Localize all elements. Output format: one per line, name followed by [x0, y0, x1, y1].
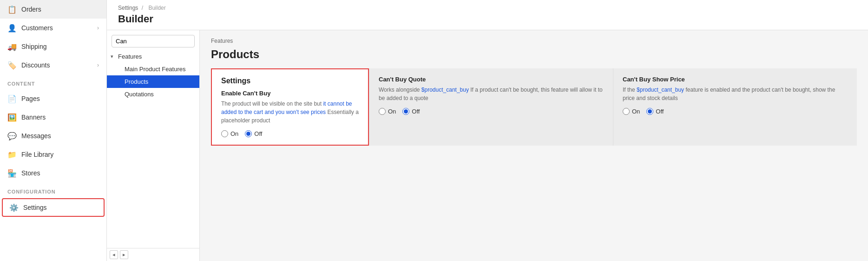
scroll-left-button[interactable]: ◂: [110, 250, 118, 259]
page-title: Builder: [118, 13, 857, 30]
content-area: ▾ Features Main Product Features Product…: [107, 30, 868, 261]
sidebar-label-discounts: Discounts: [21, 61, 92, 69]
cbq-on-radio[interactable]: [379, 108, 386, 115]
sidebar-item-messages[interactable]: 💬 Messages: [0, 127, 106, 145]
cbq-off-radio[interactable]: [402, 108, 409, 115]
cbq-on-label: On: [388, 108, 396, 115]
enable-cant-buy-off-option[interactable]: Off: [245, 130, 262, 137]
enable-cant-buy-on-option[interactable]: On: [221, 130, 238, 137]
features-area: Features Products Settings Enable Can't …: [200, 30, 868, 261]
chevron-right-icon-2: ›: [97, 62, 99, 68]
tree-label-products: Products: [125, 78, 148, 85]
cbsp-off-label: Off: [656, 108, 664, 115]
tree-scroll: ▾ Features Main Product Features Product…: [107, 50, 199, 248]
desc-plain-1: The product will be visible on the site …: [221, 100, 323, 107]
cbsp-radio-group: On Off: [623, 108, 848, 115]
enable-cant-buy-desc: The product will be visible on the site …: [221, 100, 359, 125]
sidebar-item-discounts[interactable]: 🏷️ Discounts ›: [0, 56, 106, 74]
discounts-icon: 🏷️: [7, 60, 17, 70]
cant-buy-quote-desc: Works alongside $product_cant_buy If a p…: [379, 86, 604, 102]
cbsp-desc-code: $product_cant_buy: [637, 87, 684, 93]
sidebar-label-banners: Banners: [21, 114, 99, 121]
sidebar-label-shipping: Shipping: [21, 43, 99, 50]
tree-item-main-product-features[interactable]: Main Product Features: [107, 63, 199, 75]
cbsp-on-option[interactable]: On: [623, 108, 640, 115]
pages-icon: 📄: [7, 94, 17, 103]
sidebar-label-orders: Orders: [21, 6, 99, 13]
enable-cant-buy-radio-group: On Off: [221, 130, 359, 137]
sidebar-label-pages: Pages: [21, 95, 99, 102]
sidebar-item-stores[interactable]: 🏪 Stores: [0, 164, 106, 182]
sidebar-label-stores: Stores: [21, 169, 99, 177]
sidebar-item-settings[interactable]: ⚙️ Settings: [2, 198, 105, 217]
cbsp-on-radio[interactable]: [623, 108, 630, 115]
settings-card-title: Settings: [221, 77, 359, 85]
tree-item-quotations[interactable]: Quotations: [107, 88, 199, 100]
cant-buy-quote-title: Can't Buy Quote: [379, 76, 604, 83]
sidebar: 📋 Orders 👤 Customers › 🚚 Shipping 🏷️ Dis…: [0, 0, 107, 261]
tree-scroll-horiz: ◂ ▸: [107, 248, 199, 261]
expand-icon-features: ▾: [111, 54, 116, 60]
sidebar-label-settings: Settings: [23, 204, 97, 211]
tree-label-main-product-features: Main Product Features: [125, 66, 186, 73]
breadcrumb-builder: Builder: [148, 5, 165, 11]
off-label: Off: [254, 130, 262, 137]
tree-item-products[interactable]: Products: [107, 75, 199, 88]
sidebar-label-file-library: File Library: [21, 151, 99, 158]
tree-search-input[interactable]: [112, 35, 195, 47]
main-area: Settings / Builder Builder ▾ Features Ma…: [107, 0, 868, 261]
on-label: On: [230, 130, 238, 137]
banners-icon: 🖼️: [7, 113, 17, 122]
section-label-content: CONTENT: [0, 74, 106, 89]
cbq-desc-code: $product_cant_buy: [421, 87, 469, 93]
enable-cant-buy-on-radio[interactable]: [221, 130, 228, 137]
sidebar-label-messages: Messages: [21, 132, 99, 140]
cbsp-desc-pre: If the: [623, 87, 637, 93]
cbq-off-option[interactable]: Off: [402, 108, 420, 115]
settings-icon: ⚙️: [9, 203, 19, 212]
cbsp-off-radio[interactable]: [646, 108, 653, 115]
features-grid: Settings Enable Can't Buy The product wi…: [211, 68, 857, 146]
sidebar-item-customers[interactable]: 👤 Customers ›: [0, 19, 106, 37]
page-header: Settings / Builder Builder: [107, 0, 868, 30]
chevron-right-icon: ›: [97, 25, 99, 31]
cbsp-off-option[interactable]: Off: [646, 108, 664, 115]
cbq-desc-pre: Works alongside: [379, 87, 421, 93]
cbsp-desc: If the $product_cant_buy feature is enab…: [623, 86, 848, 102]
scroll-right-button[interactable]: ▸: [120, 250, 128, 259]
sidebar-item-pages[interactable]: 📄 Pages: [0, 89, 106, 108]
sidebar-item-banners[interactable]: 🖼️ Banners: [0, 108, 106, 127]
cbsp-title: Can't Buy Show Price: [623, 76, 848, 83]
stores-icon: 🏪: [7, 168, 17, 178]
messages-icon: 💬: [7, 131, 17, 141]
cant-buy-quote-card: Can't Buy Quote Works alongside $product…: [369, 68, 613, 146]
sidebar-item-file-library[interactable]: 📁 File Library: [0, 145, 106, 164]
sidebar-item-orders[interactable]: 📋 Orders: [0, 0, 106, 19]
sidebar-item-shipping[interactable]: 🚚 Shipping: [0, 37, 106, 56]
cbq-off-label: Off: [412, 108, 420, 115]
file-library-icon: 📁: [7, 150, 17, 159]
breadcrumb-separator: /: [142, 5, 145, 11]
enable-cant-buy-off-radio[interactable]: [245, 130, 252, 137]
cant-buy-quote-radio-group: On Off: [379, 108, 604, 115]
features-title: Products: [211, 48, 857, 61]
breadcrumb: Settings / Builder: [118, 5, 857, 11]
sidebar-label-customers: Customers: [21, 24, 92, 32]
tree-label-quotations: Quotations: [125, 91, 154, 98]
cant-buy-show-price-card: Can't Buy Show Price If the $product_can…: [613, 68, 857, 146]
shipping-icon: 🚚: [7, 42, 17, 51]
features-label: Features: [211, 38, 857, 44]
enable-cant-buy-title: Enable Can't Buy: [221, 90, 359, 97]
right-content: Features Products Settings Enable Can't …: [200, 30, 868, 261]
customers-icon: 👤: [7, 23, 17, 33]
cbsp-on-label: On: [632, 108, 640, 115]
breadcrumb-settings[interactable]: Settings: [118, 5, 138, 11]
tree-panel: ▾ Features Main Product Features Product…: [107, 30, 200, 261]
orders-icon: 📋: [7, 5, 17, 14]
tree-search-container: [107, 30, 199, 50]
tree-item-features[interactable]: ▾ Features: [107, 50, 199, 63]
section-label-configuration: CONFIGURATION: [0, 182, 106, 197]
cbq-on-option[interactable]: On: [379, 108, 396, 115]
settings-card: Settings Enable Can't Buy The product wi…: [211, 68, 369, 146]
tree-label-features: Features: [118, 53, 142, 60]
